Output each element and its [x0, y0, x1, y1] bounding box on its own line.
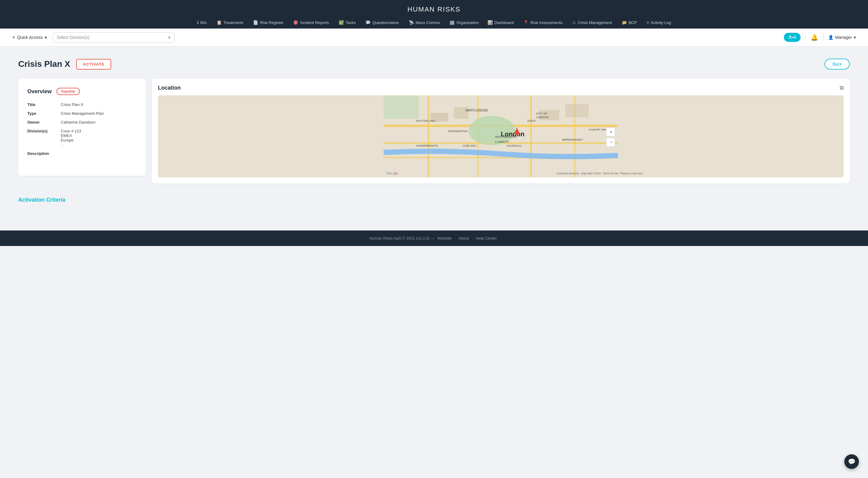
edit-icon[interactable]: ⧉ — [840, 85, 844, 91]
back-button[interactable]: Back — [825, 59, 850, 69]
owner-field: Owner Catherine Davidson — [27, 120, 137, 125]
nav-label: Dashboard — [494, 20, 514, 25]
logo-text: HUMAN RISKS — [408, 5, 461, 13]
nav-icon: ≡ — [647, 20, 649, 25]
nav-icon: 🎯 — [293, 20, 298, 25]
location-header: Location ⧉ — [158, 85, 844, 91]
nav-item-bia[interactable]: ℹBIA — [193, 18, 211, 27]
divider2 — [823, 34, 824, 41]
svg-text:Keyboard shortcuts · Map data : Keyboard shortcuts · Map data ©2022 · Te… — [556, 172, 643, 175]
nav-label: BIA — [200, 20, 207, 25]
nav-item-dashboard[interactable]: 📊Dashboard — [483, 18, 518, 27]
nav-label: Activity Log — [651, 20, 671, 25]
title-field: Title Crisis Plan X — [27, 102, 137, 107]
svg-rect-13 — [565, 104, 589, 117]
quick-access-button[interactable]: + Quick Access ▾ — [12, 34, 47, 41]
footer-separator: — — [431, 236, 436, 241]
nav-item-organization[interactable]: 🏢Organization — [445, 18, 483, 27]
type-field: Type Crisis Management Plan — [27, 111, 137, 116]
chevron-down-icon: ▾ — [44, 35, 47, 40]
nav-label: Questionnaires — [372, 20, 399, 25]
nav-item-treatments[interactable]: 📋Treatments — [212, 18, 248, 27]
svg-text:+: + — [610, 129, 613, 134]
quick-access-label: Quick Access — [17, 35, 43, 40]
map-svg: MARYLEBONE NOTTING HILL KENSINGTON HAMME… — [158, 95, 844, 177]
notification-bell-icon[interactable]: 🔔 — [811, 34, 818, 41]
footer-website-link[interactable]: Website — [437, 236, 452, 241]
page-title: Crisis Plan X — [18, 59, 70, 69]
nav-label: Risk Register — [260, 20, 283, 25]
svg-rect-9 — [383, 95, 419, 119]
division-ellipsis: ... — [61, 142, 81, 147]
type-label: Type — [27, 111, 61, 116]
status-badge: Inactive — [57, 88, 80, 95]
nav-bar: HUMAN RISKS ℹBIA📋Treatments📄Risk Registe… — [0, 0, 868, 29]
svg-text:NOTTING HILL: NOTTING HILL — [416, 119, 436, 122]
nav-label: Treatments — [223, 20, 243, 25]
nav-item-crisis-management[interactable]: ⚠Crisis Management — [568, 18, 616, 27]
translate-button[interactable]: 大•A — [784, 33, 801, 42]
toolbar: + Quick Access ▾ Select Division(s) ▾ 大•… — [0, 29, 868, 46]
division-item-2: EMEA — [61, 133, 81, 138]
activation-criteria-title: Activation Criteria — [18, 191, 850, 206]
nav-item-incident-reports[interactable]: 🎯Incident Reports — [289, 18, 333, 27]
nav-icon: 🏢 — [450, 20, 455, 25]
nav-icon: 📍 — [523, 20, 528, 25]
nav-item-risk-register[interactable]: 📄Risk Register — [249, 18, 288, 27]
nav-item-activity-log[interactable]: ≡Activity Log — [642, 18, 676, 27]
description-field: Description — [27, 151, 137, 156]
cards-row: Overview Inactive Title Crisis Plan X Ty… — [18, 78, 850, 184]
user-chevron-icon: ▾ — [854, 35, 856, 40]
nav-label: Incident Reports — [300, 20, 329, 25]
owner-label: Owner — [27, 120, 61, 125]
toolbar-right: 大•A 🔔 👤 Manager ▾ — [784, 33, 856, 42]
title-value: Crisis Plan X — [61, 102, 83, 107]
division-select[interactable]: Select Division(s) ▾ — [53, 32, 174, 42]
svg-rect-4 — [428, 95, 429, 177]
nav-label: BCP — [629, 20, 637, 25]
nav-icon: 📋 — [217, 20, 222, 25]
nav-item-questionnaires[interactable]: 💬Questionnaires — [361, 18, 403, 27]
division-placeholder: Select Division(s) — [57, 35, 90, 40]
svg-text:VAUXHALL: VAUXHALL — [506, 144, 522, 147]
divisions-label: Division(s) — [27, 129, 61, 147]
page-header: Crisis Plan X ACTIVATE Back — [18, 59, 850, 69]
svg-text:KENSINGTON: KENSINGTON — [448, 129, 467, 133]
nav-icon: 📄 — [253, 20, 258, 25]
activate-button[interactable]: ACTIVATE — [76, 59, 111, 69]
location-title: Location — [158, 85, 181, 91]
nav-item-mass-comms[interactable]: 📡Mass Comms — [405, 18, 444, 27]
svg-text:SOHO: SOHO — [527, 119, 536, 122]
svg-text:HAMMERSMITH: HAMMERSMITH — [416, 144, 438, 147]
nav-icon: ✅ — [339, 20, 344, 25]
page-header-left: Crisis Plan X ACTIVATE — [18, 59, 111, 69]
svg-text:London: London — [501, 131, 525, 137]
division-item-3: Europe — [61, 138, 81, 142]
user-icon: 👤 — [828, 35, 833, 40]
divisions-field: Division(s) Coun # 123 EMEA Europe ... — [27, 129, 137, 147]
svg-text:−: − — [610, 139, 613, 145]
nav-icon: 💬 — [365, 20, 371, 25]
overview-title: Overview — [27, 88, 52, 95]
location-card: Location ⧉ — [152, 78, 850, 184]
logo: HUMAN RISKS — [0, 0, 868, 17]
nav-links: ℹBIA📋Treatments📄Risk Register🎯Incident R… — [0, 17, 868, 29]
svg-text:Google: Google — [386, 171, 398, 175]
svg-text:CHELSEA: CHELSEA — [463, 144, 477, 147]
type-value: Crisis Management Plan — [61, 111, 104, 116]
description-label: Description — [27, 151, 61, 156]
footer-help-link[interactable]: Help Center — [476, 236, 497, 241]
svg-text:BERMONDSEY: BERMONDSEY — [562, 138, 583, 141]
nav-item-bcp[interactable]: 📁BCP — [617, 18, 641, 27]
main-content: Crisis Plan X ACTIVATE Back Overview Ina… — [0, 46, 868, 218]
footer-about-link[interactable]: About — [459, 236, 469, 241]
divider — [805, 34, 806, 41]
nav-icon: 📊 — [488, 20, 493, 25]
division-item-1: Coun # 123 — [61, 129, 81, 133]
svg-text:LAMBETH: LAMBETH — [495, 140, 509, 144]
dropdown-icon: ▾ — [168, 35, 170, 40]
user-menu-button[interactable]: 👤 Manager ▾ — [828, 35, 856, 40]
overview-card: Overview Inactive Title Crisis Plan X Ty… — [18, 78, 146, 176]
nav-item-tasks[interactable]: ✅Tasks — [334, 18, 360, 27]
nav-item-risk-assessments[interactable]: 📍Risk Assessments — [519, 18, 566, 27]
